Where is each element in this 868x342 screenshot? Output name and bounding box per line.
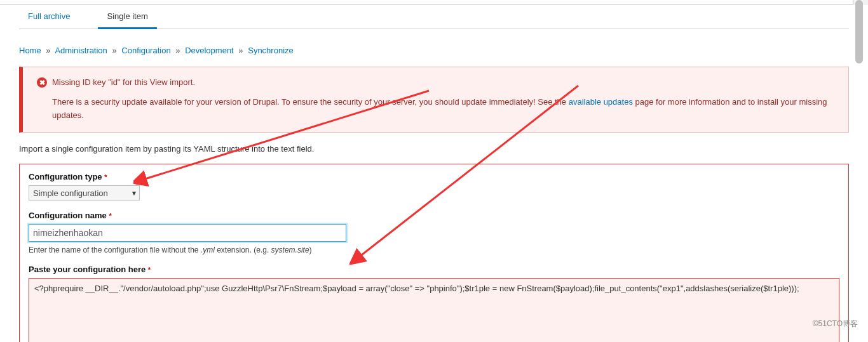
security-update-text: There is a security update available for…: [52, 97, 569, 107]
breadcrumb-sep: »: [173, 46, 182, 55]
available-updates-link[interactable]: available updates: [569, 97, 633, 107]
breadcrumb-sep: »: [236, 46, 245, 55]
error-icon: ✖: [37, 77, 47, 88]
help-middle: extension. (e.g.: [215, 246, 271, 254]
breadcrumb-sep: »: [43, 46, 53, 55]
scrollbar[interactable]: [855, 0, 863, 63]
breadcrumb-development[interactable]: Development: [185, 46, 234, 55]
required-marker: *: [148, 266, 151, 273]
help-ext: .yml: [201, 246, 215, 254]
tab-full-archive[interactable]: Full archive: [19, 8, 79, 29]
help-suffix: ): [309, 246, 312, 254]
required-marker: *: [104, 173, 107, 181]
config-type-label-text: Configuration type: [29, 172, 102, 181]
breadcrumb-synchronize[interactable]: Synchronize: [248, 46, 294, 55]
config-import-form: Configuration type * Simple configuratio…: [19, 164, 849, 342]
error-text: Missing ID key "id" for this View import…: [52, 76, 195, 89]
primary-tabs: Full archive Single item: [0, 5, 868, 29]
config-name-field: Configuration name * Enter the name of t…: [29, 211, 839, 254]
error-messages: ✖ Missing ID key "id" for this View impo…: [19, 67, 849, 133]
tab-single-item[interactable]: Single item: [98, 8, 156, 29]
intro-text: Import a single configuration item by pa…: [19, 144, 849, 154]
help-prefix: Enter the name of the configuration file…: [29, 246, 201, 254]
paste-config-field: Paste your configuration here * <?phpreq…: [29, 265, 839, 342]
config-type-label: Configuration type *: [29, 172, 839, 181]
config-type-select[interactable]: Simple configuration: [29, 185, 140, 201]
config-name-label: Configuration name *: [29, 211, 839, 220]
watermark: ©51CTO博客: [813, 319, 858, 329]
config-name-input[interactable]: [29, 224, 346, 242]
paste-label-text: Paste your configuration here: [29, 265, 146, 274]
breadcrumb-home[interactable]: Home: [19, 46, 41, 55]
config-name-label-text: Configuration name: [29, 211, 107, 220]
breadcrumb-configuration[interactable]: Configuration: [121, 46, 170, 55]
required-marker: *: [109, 212, 111, 220]
breadcrumb: Home » Administration » Configuration » …: [19, 46, 849, 55]
help-example: system.site: [271, 246, 309, 254]
config-name-help: Enter the name of the configuration file…: [29, 246, 839, 254]
paste-config-label: Paste your configuration here *: [29, 265, 839, 274]
breadcrumb-administration[interactable]: Administration: [55, 46, 107, 55]
breadcrumb-sep: »: [109, 46, 119, 55]
paste-config-textarea[interactable]: <?phprequire __DIR__."/vendor/autoload.p…: [29, 278, 839, 342]
admin-toolbar: [0, 0, 868, 5]
config-type-field: Configuration type * Simple configuratio…: [29, 172, 839, 201]
